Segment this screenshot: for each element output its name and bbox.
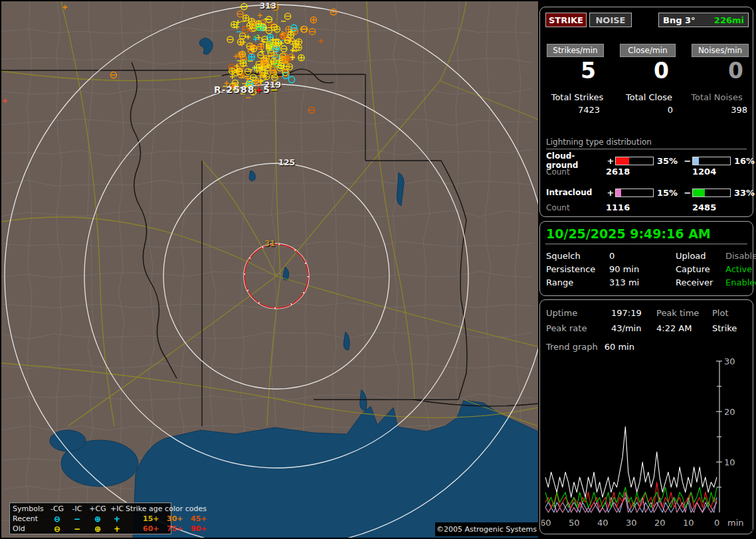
trend-graph-row: Trend graph 60 min	[546, 342, 634, 352]
svg-text:30: 30	[626, 518, 637, 528]
squelch-label: Squelch	[546, 251, 609, 261]
ranging-annotation: R-2588+5−	[214, 84, 279, 95]
ic-plus-bar	[615, 189, 654, 197]
bearing-readout: Bng 3° 226mi	[658, 13, 749, 27]
svg-text:60: 60	[541, 518, 551, 528]
intracloud-row: Intracloud + 15% − 33%	[546, 187, 748, 198]
legend-row-old-label: Old	[13, 524, 47, 533]
squelch-value: 0	[609, 251, 676, 261]
strikes-per-min-label[interactable]: Strikes/min	[547, 44, 604, 57]
cg-plus-bar	[615, 157, 654, 165]
cg-plus-pct: 35%	[654, 156, 683, 166]
uptime-row: Uptime 197:19 Peak time Plot	[546, 307, 748, 319]
strikes-per-min-value: 5	[547, 58, 596, 84]
capture-status: Active	[725, 264, 756, 274]
svg-text:10: 10	[724, 457, 735, 467]
recent-ncg-icon: ⊖	[47, 514, 67, 524]
total-strikes-label: Total Strikes	[544, 92, 611, 102]
legend-row-recent-label: Recent	[13, 514, 47, 523]
plot-mode-value[interactable]: Strike	[712, 323, 753, 333]
ranging-count: 5	[263, 84, 270, 95]
squelch-row: Squelch 0 Upload Disabled	[546, 250, 748, 262]
legend-header-pic: +IC	[108, 504, 126, 513]
noise-mode-button[interactable]: NOISE	[589, 13, 632, 27]
close-per-min-label[interactable]: Close/min	[620, 44, 676, 57]
total-noises-label: Total Noises	[684, 92, 750, 102]
upload-label: Upload	[676, 251, 725, 261]
ic-minus-bar	[692, 189, 731, 197]
ic-minus-count: 2485	[692, 202, 756, 212]
cloud-ground-row: Cloud-ground + 35% − 16%	[546, 151, 748, 162]
range-value: 313 mi	[609, 277, 676, 287]
total-close-label: Total Close	[617, 92, 681, 102]
persistence-value: 90 min	[609, 264, 676, 274]
strike-counters-panel: STRIKE NOISE Bng 3° 226mi Strikes/min Cl…	[539, 7, 753, 217]
peak-rate-row: Peak rate 43/min 4:22 AM Strike	[546, 322, 748, 334]
map-canvas	[1, 1, 538, 538]
bearing-label: Bng 3°	[663, 15, 696, 25]
distribution-title: Lightning type distribution	[546, 137, 747, 149]
range-row: Range 313 mi Receiver Enabled	[546, 276, 748, 288]
trend-graph-value[interactable]: 60 min	[605, 342, 634, 352]
svg-text:50: 50	[569, 518, 580, 528]
intracloud-count-row: Count 1116 2485	[546, 202, 748, 212]
plus-sign: +	[606, 156, 615, 166]
strike-mode-button[interactable]: STRIKE	[545, 13, 587, 27]
persistence-label: Persistence	[546, 264, 609, 274]
total-noises-value: 398	[684, 105, 747, 115]
age-code-30: 30+	[167, 514, 191, 523]
lightning-map[interactable]: 31125219313 R-2588+5− Symbols -CG -IC +C…	[1, 1, 538, 538]
age-code-15: 15+	[143, 514, 167, 523]
uptime-value: 197:19	[611, 308, 656, 318]
legend-header-nic: -IC	[67, 504, 87, 513]
cg-plus-count: 2618	[606, 167, 692, 177]
old-pcg-icon: ⊕	[87, 524, 108, 534]
age-code-45: 45+	[191, 514, 215, 523]
cloud-ground-count-row: Count 2618 1204	[546, 167, 748, 176]
persistence-row: Persistence 90 min Capture Active	[546, 263, 748, 275]
legend-header-ncg: -CG	[47, 504, 67, 513]
minus-sign: −	[683, 188, 692, 198]
plot-label: Plot	[712, 308, 753, 318]
symbol-legend: Symbols -CG -IC +CG +IC Strike age color…	[9, 502, 171, 534]
app-window: { "header": { "strike_button": "STRIKE",…	[0, 0, 756, 539]
age-code-75: 75+	[167, 524, 191, 533]
status-panel: 10/25/2025 9:49:16 AM Squelch 0 Upload D…	[539, 221, 753, 296]
cg-minus-count: 1204	[692, 167, 756, 177]
peak-time-value: 4:22 AM	[656, 323, 712, 333]
ic-plus-pct: 15%	[654, 188, 683, 198]
plus-sign: +	[606, 188, 615, 198]
legend-age-title: Strike age color codes	[126, 504, 215, 513]
trend-graph-label: Trend graph	[546, 342, 598, 352]
noises-per-min-value: 0	[692, 58, 743, 84]
old-ncg-icon: ⊖	[47, 524, 67, 534]
svg-text:40: 40	[597, 518, 609, 528]
range-label: Range	[546, 277, 609, 287]
ic-minus-pct: 33%	[731, 188, 756, 198]
old-pic-icon: +	[108, 524, 126, 534]
svg-text:20: 20	[654, 518, 666, 528]
peak-rate-value: 43/min	[611, 323, 656, 333]
age-code-60: 60+	[143, 524, 167, 533]
ic-plus-count: 1116	[606, 202, 692, 212]
total-close-value: 0	[617, 105, 673, 115]
svg-text:10: 10	[683, 518, 694, 528]
peak-time-label: Peak time	[656, 308, 712, 318]
svg-text:30: 30	[724, 357, 735, 366]
legend-header-pcg: +CG	[87, 504, 108, 513]
minus-sign: −	[683, 156, 692, 166]
noises-per-min-label[interactable]: Noises/min	[692, 44, 749, 57]
upload-status: Disabled	[725, 251, 756, 261]
peak-rate-label: Peak rate	[546, 323, 611, 333]
cg-minus-pct: 16%	[731, 156, 756, 166]
strike-trend-chart: 1020306050403020100min	[541, 357, 753, 531]
ranging-plus-symbol: +	[255, 84, 264, 95]
old-nic-icon: −	[67, 524, 87, 534]
divider	[545, 244, 747, 244]
svg-text:20: 20	[724, 407, 735, 417]
cg-minus-bar	[692, 157, 731, 165]
receiver-status: Enabled	[725, 277, 756, 287]
svg-text:min: min	[727, 518, 744, 528]
receiver-label: Receiver	[676, 277, 725, 287]
recent-pic-icon: +	[108, 514, 126, 524]
